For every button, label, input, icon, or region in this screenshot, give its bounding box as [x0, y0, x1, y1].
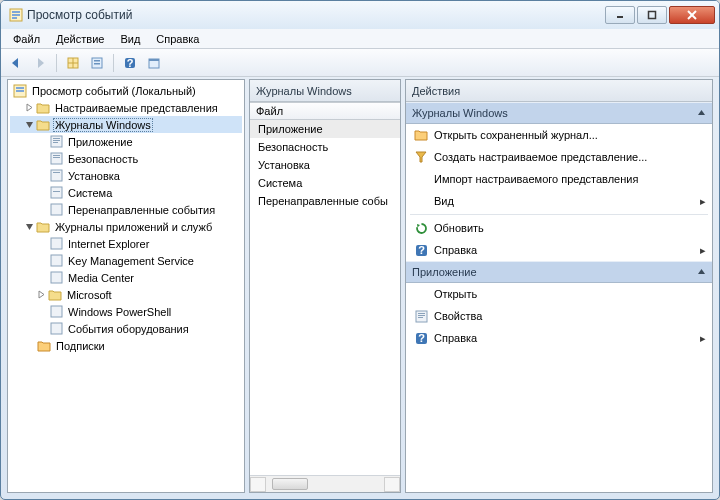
scroll-right-button[interactable] [384, 477, 400, 492]
tree-label: Просмотр событий (Локальный) [30, 85, 198, 97]
tree-microsoft-folder[interactable]: Microsoft [10, 286, 242, 303]
minimize-button[interactable] [605, 6, 635, 24]
list-item-application[interactable]: Приложение [250, 120, 400, 138]
tree-log-powershell[interactable]: Windows PowerShell [10, 303, 242, 320]
log-icon [48, 168, 64, 184]
subscriptions-icon [36, 338, 52, 354]
toolbar-forward-button[interactable] [29, 52, 51, 74]
maximize-button[interactable] [637, 6, 667, 24]
tree-log-media-center[interactable]: Media Center [10, 269, 242, 286]
collapse-icon[interactable] [24, 119, 35, 130]
menu-bar: Файл Действие Вид Справка [1, 29, 719, 49]
expand-icon[interactable] [36, 289, 47, 300]
svg-rect-50 [416, 311, 427, 322]
svg-marker-37 [26, 224, 33, 230]
svg-text:?: ? [127, 57, 134, 69]
action-help[interactable]: ?Справка▸ [406, 239, 712, 261]
close-button[interactable] [669, 6, 715, 24]
actions-section-application[interactable]: Приложение [406, 261, 712, 283]
action-refresh[interactable]: Обновить [406, 217, 712, 239]
list-item-label: Система [258, 177, 302, 189]
folder-icon [35, 117, 51, 133]
window: Просмотр событий Файл Действие Вид Справ… [0, 0, 720, 500]
list-item-setup[interactable]: Установка [250, 156, 400, 174]
tree-log-security[interactable]: Безопасность [10, 150, 242, 167]
action-import-custom-view[interactable]: Импорт настраиваемого представления [406, 168, 712, 190]
action-view-submenu[interactable]: Вид▸ [406, 190, 712, 212]
list-item-forwarded[interactable]: Перенаправленные собы [250, 192, 400, 210]
svg-rect-22 [16, 90, 24, 92]
tree-custom-views[interactable]: Настраиваемые представления [10, 99, 242, 116]
scroll-left-button[interactable] [250, 477, 266, 492]
toolbar-back-button[interactable] [5, 52, 27, 74]
folder-icon [35, 219, 51, 235]
tree-log-forwarded[interactable]: Перенаправленные события [10, 201, 242, 218]
toolbar-refresh-button[interactable] [143, 52, 165, 74]
action-open[interactable]: Открыть [406, 283, 712, 305]
svg-marker-46 [417, 224, 420, 228]
app-icon [9, 8, 23, 22]
svg-rect-39 [51, 255, 62, 266]
separator [410, 214, 708, 215]
action-open-saved-log[interactable]: Открыть сохраненный журнал... [406, 124, 712, 146]
tree-root[interactable]: Просмотр событий (Локальный) [10, 82, 242, 99]
svg-rect-28 [53, 142, 58, 143]
tree-windows-logs[interactable]: Журналы Windows [10, 116, 242, 133]
titlebar: Просмотр событий [1, 1, 719, 29]
list-panel: Журналы Windows Файл Приложение Безопасн… [249, 79, 401, 493]
filter-icon [412, 149, 430, 165]
refresh-icon [412, 220, 430, 236]
scroll-thumb[interactable] [272, 478, 308, 490]
toolbar-explore-button[interactable] [62, 52, 84, 74]
actions-section-windows-logs[interactable]: Журналы Windows [406, 102, 712, 124]
list-column-header[interactable]: Файл [250, 102, 400, 120]
tree-log-application[interactable]: Приложение [10, 133, 242, 150]
tree-log-kms[interactable]: Key Management Service [10, 252, 242, 269]
svg-marker-44 [698, 110, 705, 115]
toolbar-properties-button[interactable] [86, 52, 108, 74]
action-label: Импорт настраиваемого представления [434, 173, 638, 185]
svg-marker-24 [26, 122, 33, 128]
menu-view[interactable]: Вид [112, 31, 148, 47]
horizontal-scrollbar[interactable] [250, 475, 400, 492]
svg-rect-29 [51, 153, 62, 164]
action-help-2[interactable]: ?Справка▸ [406, 327, 712, 349]
action-label: Справка [434, 244, 477, 256]
toolbar-help-button[interactable]: ? [119, 52, 141, 74]
svg-rect-27 [53, 140, 60, 141]
actions-panel: Действия Журналы Windows Открыть сохране… [405, 79, 713, 493]
list-item-label: Приложение [258, 123, 323, 135]
actions-header: Действия [406, 80, 712, 102]
tree-subscriptions[interactable]: Подписки [10, 337, 242, 354]
menu-help[interactable]: Справка [148, 31, 207, 47]
svg-rect-15 [94, 63, 100, 65]
window-controls [603, 6, 715, 24]
action-label: Создать настраиваемое представление... [434, 151, 647, 163]
tree-app-services-logs[interactable]: Журналы приложений и служб [10, 218, 242, 235]
eventviewer-icon [12, 83, 28, 99]
tree-log-hardware[interactable]: События оборудования [10, 320, 242, 337]
svg-rect-35 [53, 191, 60, 192]
open-folder-icon [412, 127, 430, 143]
tree-log-system[interactable]: Система [10, 184, 242, 201]
list-item-system[interactable]: Система [250, 174, 400, 192]
svg-marker-49 [698, 269, 705, 274]
action-properties[interactable]: Свойства [406, 305, 712, 327]
list-item-security[interactable]: Безопасность [250, 138, 400, 156]
tree-label: Безопасность [66, 153, 140, 165]
tree-log-setup[interactable]: Установка [10, 167, 242, 184]
menu-file[interactable]: Файл [5, 31, 48, 47]
collapse-icon[interactable] [24, 221, 35, 232]
tree-label: События оборудования [66, 323, 191, 335]
tree-log-ie[interactable]: Internet Explorer [10, 235, 242, 252]
action-create-custom-view[interactable]: Создать настраиваемое представление... [406, 146, 712, 168]
tree-label: Media Center [66, 272, 136, 284]
menu-action[interactable]: Действие [48, 31, 112, 47]
tree-label: Microsoft [65, 289, 114, 301]
expand-icon[interactable] [24, 102, 35, 113]
tree-label: Перенаправленные события [66, 204, 217, 216]
log-icon [48, 151, 64, 167]
tree[interactable]: Просмотр событий (Локальный) Настраиваем… [8, 80, 244, 492]
submenu-arrow-icon: ▸ [700, 244, 706, 257]
section-label: Приложение [412, 266, 477, 278]
